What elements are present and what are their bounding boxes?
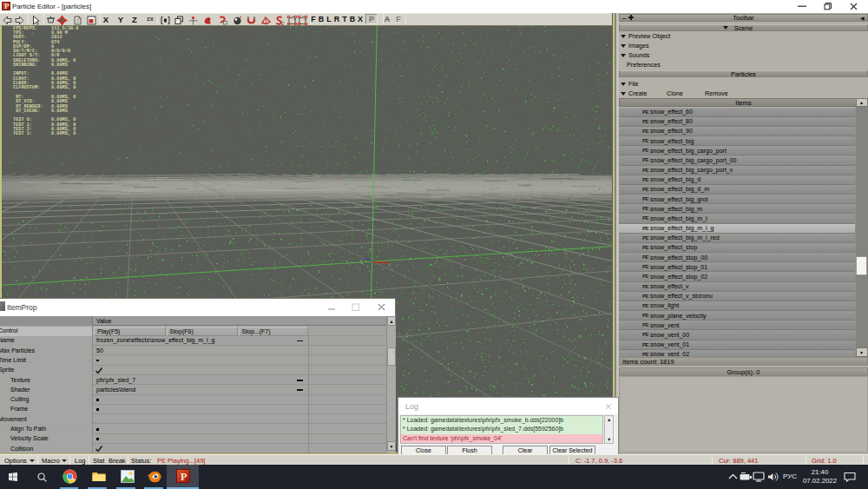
svg-text:X: X: [388, 262, 391, 268]
